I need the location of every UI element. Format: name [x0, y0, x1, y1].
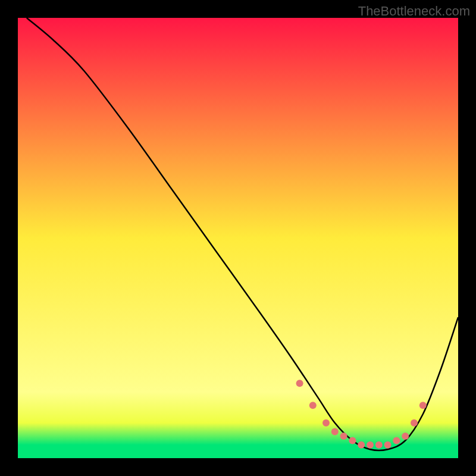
highlight-dot	[296, 380, 303, 387]
highlight-dot	[340, 433, 347, 440]
highlight-dot	[358, 441, 365, 449]
highlight-dot	[367, 441, 374, 449]
highlight-dot	[349, 437, 356, 444]
highlight-dot	[419, 402, 427, 409]
chart-svg	[18, 18, 458, 458]
highlight-dot	[402, 433, 409, 440]
highlight-dot	[411, 419, 418, 427]
highlight-dot	[384, 441, 392, 449]
highlight-dot	[331, 428, 339, 436]
highlight-dot	[322, 419, 330, 427]
watermark-text: TheBottleneck.com	[358, 4, 470, 19]
highlight-dot	[393, 437, 400, 444]
highlight-dot	[375, 441, 383, 449]
plot-area	[18, 18, 458, 458]
gradient-background	[18, 18, 458, 458]
highlight-dot	[309, 402, 317, 409]
chart-container: TheBottleneck.com	[0, 0, 476, 476]
